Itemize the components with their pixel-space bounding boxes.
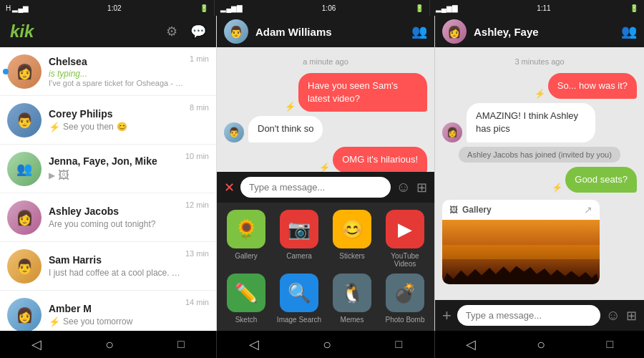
media-item-image-search[interactable]: 🔍 Image Search [275, 274, 323, 324]
settings-icon[interactable]: ⚙ [166, 24, 177, 39]
chat-preview-jenna-group: ▶ 🖼 [49, 169, 209, 182]
chat-time-corey: 8 min [190, 103, 209, 112]
chat-info-corey: Corey Philips ⚡ See you then 😊 [49, 108, 209, 132]
gallery-card-header: 🖼 Gallery ↗ [442, 200, 600, 220]
ashley-msg-row-4: ⚡ Good seats? [442, 167, 637, 193]
nav-back-3[interactable]: ◁ [466, 337, 476, 352]
stickers-icon: 😊 [333, 210, 371, 248]
compose-icon[interactable]: 💬 [190, 24, 206, 39]
chat-item-jenna-group[interactable]: 👥 Jenna, Faye, Jon, Mike ▶ 🖼 10 min [0, 145, 216, 193]
msg-bubble-1: Have you seen Sam's latest video? [298, 73, 427, 112]
avatar-ashley-jacobs: 👩 [7, 200, 42, 235]
nav-recents-2[interactable]: □ [396, 338, 403, 351]
chat-time-ashley-jacobs: 12 min [185, 200, 209, 209]
ashley-recv-avatar: 👩 [442, 122, 462, 142]
preview-text-ashley-jacobs: Are you coming out tonight? [49, 219, 155, 229]
msg-bubble-3: OMG it's hilarious! [333, 147, 427, 172]
media-item-memes[interactable]: 🐧 Memes [328, 274, 376, 324]
adam-messages: a minute ago ⚡ Have you seen Sam's lates… [217, 47, 434, 172]
sketch-label: Sketch [235, 316, 258, 324]
chat-preview-corey: ⚡ See you then 😊 [49, 122, 209, 132]
nav-bar-3: ◁ ○ □ [435, 331, 644, 358]
stickers-label: Stickers [339, 252, 365, 260]
avatar-amber: 👩 [7, 298, 42, 332]
chat-item-sam[interactable]: 👨 Sam Harris I just had coffee at a cool… [0, 242, 216, 291]
main-content: kik ⚙ 💬 👩 Chelsea is typing... I've got … [0, 16, 644, 331]
more-icon[interactable]: ⊞ [416, 180, 427, 195]
chat-preview-sam: I just had coffee at a cool place. You w… [49, 268, 185, 278]
nav-home-1[interactable]: ○ [105, 337, 114, 353]
ashley-more-icon[interactable]: ⊞ [626, 308, 637, 324]
play-icon: ▶ [49, 170, 55, 180]
adam-input-area: ✕ ☺ ⊞ [217, 172, 434, 203]
media-item-youtube[interactable]: ▶ YouTube Videos [381, 210, 429, 268]
chat-time-sam: 13 min [185, 249, 209, 258]
chat-list: 👩 Chelsea is typing... I've got a spare … [0, 47, 216, 331]
kik-tick-amber: ⚡ [49, 316, 60, 327]
ashley-kik-icon-4: ⚡ [552, 183, 562, 193]
preview-text-corey: See you then [63, 122, 114, 132]
media-picker: 🌻 Gallery 📷 Camera 😊 Stickers ▶ YouTube … [217, 203, 434, 331]
battery-1: 🔋 [200, 4, 208, 12]
kik-icon-3: ⚡ [319, 163, 330, 172]
nav-home-3[interactable]: ○ [537, 337, 545, 353]
chat-time-amber: 14 min [185, 298, 209, 306]
ashley-msg-row-1: ⚡ So... how was it? [442, 73, 637, 99]
chat-preview-amber: ⚡ See you tomorrow [49, 316, 209, 327]
chat-preview2-chelsea: I've got a spare ticket for Osheaga - yo… [49, 79, 185, 87]
chat-item-chelsea[interactable]: 👩 Chelsea is typing... I've got a spare … [0, 47, 216, 96]
media-item-sketch[interactable]: ✏️ Sketch [223, 274, 270, 324]
emoji-icon[interactable]: ☺ [396, 179, 411, 195]
time-2: 1:06 [322, 4, 336, 12]
gallery-icon: 🌻 [227, 210, 265, 248]
chat-name-chelsea: Chelsea [49, 56, 209, 67]
ashley-input-area: + ☺ ⊞ [435, 300, 644, 331]
header-icons: ⚙ 💬 [166, 24, 206, 39]
gallery-share-icon[interactable]: ↗ [584, 204, 592, 216]
chat-item-amber[interactable]: 👩 Amber M ⚡ See you tomorrow 14 min [0, 291, 216, 331]
chat-info-chelsea: Chelsea is typing... I've got a spare ti… [49, 56, 209, 87]
adam-header-name: Adam Williams [255, 26, 404, 38]
ashley-panel: 👩 Ashley, Faye 👥 3 minutes ago ⚡ So... h… [435, 16, 644, 331]
ashley-messages: 3 minutes ago ⚡ So... how was it? 👩 AMAZ… [435, 47, 644, 300]
nav-back-1[interactable]: ◁ [31, 337, 42, 352]
camera-label: Camera [286, 252, 312, 260]
adam-message-input[interactable] [240, 177, 391, 198]
youtube-icon: ▶ [386, 210, 424, 248]
adam-header-avatar: 👨 [224, 19, 248, 44]
chat-name-corey: Corey Philips [49, 108, 209, 120]
media-item-camera[interactable]: 📷 Camera [275, 210, 323, 268]
ashley-msg-row-2: 👩 AMAZING! I think Ashley has pics [442, 103, 637, 142]
ashley-plus-icon[interactable]: + [442, 306, 452, 325]
ashley-message-input[interactable] [457, 305, 600, 326]
nav-bar-1: ◁ ○ □ [0, 331, 217, 358]
media-item-stickers[interactable]: 😊 Stickers [328, 210, 376, 268]
nav-recents-1[interactable]: □ [177, 338, 185, 351]
nav-back-2[interactable]: ◁ [249, 337, 259, 352]
chat-preview-ashley-jacobs: Are you coming out tonight? [49, 219, 209, 229]
media-item-photobomb[interactable]: 💣 Photo Bomb [381, 274, 429, 324]
gallery-card-icon: 🖼 [449, 205, 458, 215]
nav-home-2[interactable]: ○ [323, 337, 331, 353]
ashley-emoji-icon[interactable]: ☺ [606, 307, 620, 324]
kik-logo: kik [10, 21, 34, 42]
chat-item-ashley-jacobs[interactable]: 👩 Ashley Jacobs Are you coming out tonig… [0, 193, 216, 242]
adam-header-people-icon[interactable]: 👥 [411, 24, 427, 39]
msg-row-3: ⚡ OMG it's hilarious! [224, 147, 427, 172]
chat-item-corey[interactable]: 👨 Corey Philips ⚡ See you then 😊 8 min [0, 96, 216, 145]
close-icon[interactable]: ✕ [224, 180, 235, 195]
ashley-people-icon[interactable]: 👥 [621, 24, 637, 39]
signal-1: H▂▄▆ [6, 4, 29, 12]
memes-icon: 🐧 [333, 274, 371, 312]
media-grid: 🌻 Gallery 📷 Camera 😊 Stickers ▶ YouTube … [223, 210, 429, 324]
gallery-card-title: Gallery [462, 205, 492, 215]
ashley-msg-bubble-1: So... how was it? [548, 73, 637, 99]
image-search-label: Image Search [277, 316, 321, 324]
nav-bars-row: ◁ ○ □ ◁ ○ □ ◁ ○ □ [0, 331, 644, 358]
media-item-gallery[interactable]: 🌻 Gallery [223, 210, 270, 268]
status-bar-2: ▂▄▆▇ 1:06 🔋 [215, 0, 429, 16]
battery-3: 🔋 [630, 4, 638, 12]
msg-row-2: 👨 Don't think so [224, 116, 427, 142]
nav-recents-3[interactable]: □ [607, 338, 614, 351]
msg-bubble-2: Don't think so [248, 116, 323, 142]
